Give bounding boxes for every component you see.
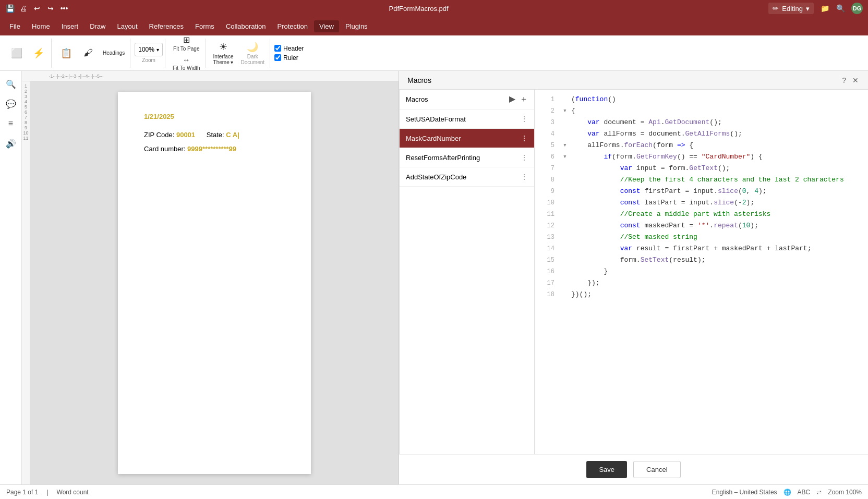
macro-item-0[interactable]: SetUSADateFormat ⋮: [400, 109, 534, 129]
line-collapse-2[interactable]: ▾: [561, 105, 569, 117]
line-collapse-5[interactable]: ▾: [561, 140, 569, 151]
word-count[interactable]: Word count: [57, 489, 89, 496]
macro-menu-0[interactable]: ⋮: [521, 115, 528, 123]
cancel-button[interactable]: Cancel: [633, 461, 680, 478]
doc-canvas: 1/21/2025 ZIP Code: 90001 State: C A| Ca…: [30, 81, 399, 484]
sidebar-search-icon[interactable]: 🔍: [2, 75, 20, 93]
code-editor[interactable]: 1 (function() 2 ▾ { 3 var docume: [535, 90, 868, 454]
state-value[interactable]: C A|: [226, 131, 239, 139]
macro-item-3[interactable]: AddStateOfZipCode ⋮: [400, 167, 534, 187]
spell-check-icon[interactable]: ABC: [798, 489, 811, 496]
menu-file[interactable]: File: [4, 20, 26, 32]
dark-document-label: DarkDocument: [241, 54, 265, 65]
doc-icon: ⬜: [11, 47, 22, 59]
print-icon[interactable]: 🖨: [19, 4, 28, 13]
title-bar: 💾 🖨 ↩ ↪ ••• PdfFormMacros.pdf ✏ Editing …: [0, 0, 868, 17]
line-num-12: 12: [535, 220, 561, 232]
menu-bar: File Home Insert Draw Layout References …: [0, 17, 868, 35]
line-num-6: 6: [535, 151, 561, 163]
show-ruler-check[interactable]: Ruler: [274, 54, 304, 62]
macros-close-btn[interactable]: ✕: [851, 75, 860, 86]
show-header-check[interactable]: Header: [274, 45, 304, 52]
show-header-checkbox[interactable]: [274, 45, 281, 52]
menu-layout[interactable]: Layout: [112, 20, 143, 32]
macros-dialog-title: Macros: [407, 76, 431, 84]
card-label: Card number:: [144, 145, 185, 153]
toolbar-format-paint[interactable]: 🖌: [78, 45, 99, 60]
menu-view[interactable]: View: [314, 20, 339, 32]
line-num-16: 16: [535, 266, 561, 277]
show-ruler-checkbox[interactable]: [274, 54, 281, 61]
toolbar-doc-top[interactable]: ⬜: [6, 45, 27, 61]
headings-btn[interactable]: Headings: [100, 48, 128, 58]
left-sidebar: 🔍 💬 ≡ 🔊: [0, 71, 22, 484]
title-bar-icons: 💾 🖨 ↩ ↪ •••: [5, 4, 69, 13]
language-label[interactable]: English – United States: [712, 489, 777, 496]
save-button[interactable]: Save: [586, 461, 627, 478]
undo-icon[interactable]: ↩: [32, 4, 42, 13]
code-line-1: 1 (function(): [535, 94, 868, 105]
save-icon[interactable]: 💾: [5, 4, 15, 13]
macro-menu-1[interactable]: ⋮: [521, 134, 528, 142]
line-content-9: const firstPart = input.slice(0, 4);: [569, 186, 868, 197]
fit-to-page-label: Fit To Page: [173, 46, 199, 52]
zoom-selector[interactable]: 100% ▾: [135, 43, 163, 56]
macros-add-btn[interactable]: ＋: [520, 94, 528, 105]
menu-references[interactable]: References: [144, 20, 189, 32]
search-title-icon[interactable]: 🔍: [836, 4, 845, 13]
line-content-11: //Create a middle part with asterisks: [569, 209, 868, 220]
zip-value[interactable]: 90001: [176, 131, 195, 139]
toolbar-group-nav: ⬜ ⚡: [4, 39, 52, 68]
dark-document-btn[interactable]: 🌙 DarkDocument: [238, 39, 268, 67]
line-content-10: const lastPart = input.slice(-2);: [569, 197, 868, 209]
menu-home[interactable]: Home: [27, 20, 55, 32]
code-line-5: 5 ▾ allForms.forEach(form => {: [535, 140, 868, 151]
menu-collaboration[interactable]: Collaboration: [221, 20, 271, 32]
code-line-13: 13 //Set masked string: [535, 232, 868, 243]
sidebar-speaker-icon[interactable]: 🔊: [2, 135, 20, 152]
menu-forms[interactable]: Forms: [190, 20, 220, 32]
line-collapse-6[interactable]: ▾: [561, 151, 569, 163]
macros-help-btn[interactable]: ?: [841, 75, 847, 86]
menu-insert[interactable]: Insert: [56, 20, 84, 32]
card-value[interactable]: 9999**********99: [187, 145, 236, 153]
line-content-18: })();: [569, 289, 868, 300]
line-num-9: 9: [535, 186, 561, 197]
menu-draw[interactable]: Draw: [85, 20, 111, 32]
page-count: Page 1 of 1: [6, 489, 38, 496]
more-icon[interactable]: •••: [59, 4, 69, 13]
top-ruler: ·1···|···2···|···3···|···4···|···5···: [22, 71, 399, 81]
macro-name-1: MaskCardNumber: [406, 135, 461, 142]
macro-menu-3[interactable]: ⋮: [521, 173, 528, 181]
toolbar-group-theme: ☀ InterfaceTheme ▾ 🌙 DarkDocument: [208, 39, 271, 68]
line-num-15: 15: [535, 254, 561, 266]
menu-plugins[interactable]: Plugins: [340, 20, 373, 32]
line-num-10: 10: [535, 197, 561, 209]
fit-to-page-btn[interactable]: ⊞ Fit To Page: [170, 33, 203, 54]
user-avatar[interactable]: DG: [851, 3, 863, 14]
sidebar-heading-icon[interactable]: ≡: [2, 115, 20, 132]
sidebar-comment-icon[interactable]: 💬: [2, 95, 20, 113]
editing-badge[interactable]: ✏ Editing ▾: [768, 3, 814, 14]
macro-menu-2[interactable]: ⋮: [521, 153, 528, 162]
interface-theme-btn[interactable]: ☀ InterfaceTheme ▾: [210, 39, 237, 67]
macros-dialog-header: Macros ? ✕: [399, 71, 868, 90]
redo-icon[interactable]: ↪: [46, 4, 55, 13]
folder-icon[interactable]: 📁: [820, 4, 829, 13]
toolbar-heading-nav[interactable]: ⚡: [28, 45, 49, 61]
toolbar-group-fitpage: ⊞ Fit To Page ↔ Fit To Width: [167, 39, 206, 68]
line-content-17: });: [569, 277, 868, 289]
macro-item-2[interactable]: ResetFormsAfterPrinting ⋮: [400, 148, 534, 167]
macros-run-btn[interactable]: ▶: [509, 94, 515, 105]
macro-item-1[interactable]: MaskCardNumber ⋮: [400, 129, 534, 148]
macros-list-actions: ▶ ＋: [509, 94, 528, 105]
status-bar: Page 1 of 1 | Word count English – Unite…: [0, 484, 868, 499]
line-num-17: 17: [535, 277, 561, 289]
code-editor-panel[interactable]: 1 (function() 2 ▾ { 3 var docume: [535, 90, 868, 454]
toolbar-paste[interactable]: 📋: [56, 45, 77, 61]
paste-icon: 📋: [61, 47, 72, 59]
code-line-3: 3 var document = Api.GetDocument();: [535, 117, 868, 128]
fit-to-width-btn[interactable]: ↔ Fit To Width: [170, 54, 203, 73]
track-changes-icon[interactable]: ⇌: [816, 489, 822, 496]
menu-protection[interactable]: Protection: [272, 20, 313, 32]
